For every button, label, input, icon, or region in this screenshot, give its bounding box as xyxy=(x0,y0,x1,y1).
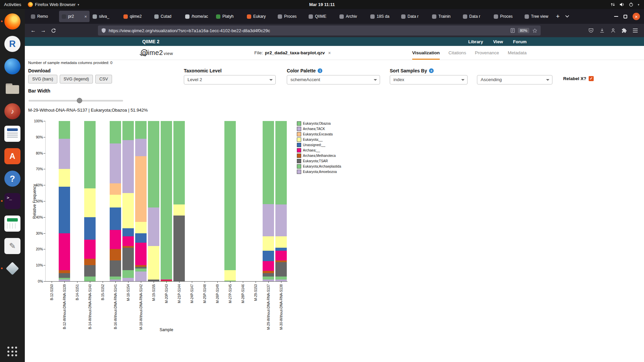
clock[interactable]: Mar 19 11:11 xyxy=(309,2,335,7)
sample-bar[interactable] xyxy=(148,121,159,281)
bar-segment[interactable] xyxy=(263,271,274,273)
bar-segment[interactable] xyxy=(275,277,287,280)
view-tab-visualization[interactable]: Visualization xyxy=(412,46,440,60)
slider-handle[interactable] xyxy=(77,98,82,103)
sort-order-select[interactable]: Ascending xyxy=(477,75,552,84)
sample-bar[interactable] xyxy=(173,121,185,281)
bar-segment[interactable] xyxy=(135,233,147,243)
sample-bar[interactable] xyxy=(224,121,236,281)
libreoffice-writer-icon[interactable] xyxy=(4,126,20,142)
bar-segment[interactable] xyxy=(110,260,121,277)
browser-tab[interactable]: 18S da xyxy=(368,11,398,22)
bar-segment[interactable] xyxy=(84,277,96,281)
download-button[interactable]: SVG (legend) xyxy=(60,75,93,83)
bar-segment[interactable] xyxy=(110,143,121,184)
bar-segment[interactable] xyxy=(122,121,134,140)
bar-segment[interactable] xyxy=(59,139,70,169)
bar-segment[interactable] xyxy=(59,273,70,278)
url-bar[interactable]: https://view.qiime2.org/visualization/?s… xyxy=(98,25,541,36)
list-all-tabs-button[interactable] xyxy=(563,11,572,21)
browser-tab[interactable]: Platyh xyxy=(213,11,244,22)
browser-tab[interactable]: QIIME xyxy=(306,11,336,22)
shield-icon[interactable] xyxy=(101,28,106,33)
slider-track[interactable] xyxy=(29,100,123,102)
account-icon[interactable] xyxy=(610,28,616,33)
bar-segment[interactable] xyxy=(135,272,147,281)
bar-segment[interactable] xyxy=(263,273,274,277)
bookmark-star-icon[interactable] xyxy=(532,28,537,33)
browser-tab[interactable]: Remo xyxy=(28,11,59,22)
browser-tab[interactable]: Data r xyxy=(398,11,429,22)
bar-segment[interactable] xyxy=(135,156,147,222)
browser-tab[interactable]: Proces xyxy=(491,11,522,22)
bar-segment[interactable] xyxy=(275,204,287,237)
bar-segment[interactable] xyxy=(122,228,134,236)
reload-button[interactable] xyxy=(48,25,58,36)
browser-tab[interactable]: Proces xyxy=(275,11,306,22)
bar-segment[interactable] xyxy=(84,121,96,188)
bar-segment[interactable] xyxy=(84,217,96,240)
browser-tab[interactable]: Cutad xyxy=(152,11,182,22)
add-sort-icon[interactable]: + xyxy=(429,68,434,73)
thunderbird-icon[interactable] xyxy=(4,58,20,74)
bar-segment[interactable] xyxy=(173,204,185,216)
bar-segment[interactable] xyxy=(275,251,287,260)
bar-segment[interactable] xyxy=(263,204,274,236)
tab-close-button[interactable]: × xyxy=(84,14,87,19)
bar-width-slider[interactable] xyxy=(29,98,123,104)
rhythmbox-icon[interactable]: ♪ xyxy=(4,103,20,119)
help-icon[interactable]: ? xyxy=(4,171,20,187)
bar-segment[interactable] xyxy=(59,233,70,270)
volume-icon[interactable] xyxy=(620,2,625,7)
bar-segment[interactable] xyxy=(110,230,121,249)
sample-bar[interactable] xyxy=(84,121,96,281)
site-nav-forum[interactable]: Forum xyxy=(513,39,527,44)
zoom-level[interactable]: 80% xyxy=(518,28,529,33)
bar-segment[interactable] xyxy=(110,183,121,194)
bar-segment[interactable] xyxy=(161,121,172,280)
app-grid-icon[interactable] xyxy=(7,347,17,357)
browser-tab[interactable]: Tree view xyxy=(522,11,552,22)
sample-bar[interactable] xyxy=(122,121,134,281)
bar-segment[interactable] xyxy=(263,261,274,271)
browser-tab[interactable]: pr2× xyxy=(59,11,90,22)
bar-segment[interactable] xyxy=(122,193,134,228)
browser-tab[interactable]: /home/ac xyxy=(182,11,213,22)
back-button[interactable]: ← xyxy=(28,25,38,36)
ubuntu-software-icon[interactable]: A xyxy=(4,148,20,164)
bar-segment[interactable] xyxy=(110,195,121,207)
pocket-icon[interactable] xyxy=(588,28,594,33)
bar-segment[interactable] xyxy=(224,270,236,281)
bar-segment[interactable] xyxy=(263,236,274,251)
site-nav-view[interactable]: View xyxy=(493,39,503,44)
bar-segment[interactable] xyxy=(110,277,121,280)
bar-segment[interactable] xyxy=(263,277,274,280)
view-tab-citations[interactable]: Citations xyxy=(448,46,466,60)
qiime2view-logo[interactable]: qiime2view xyxy=(142,49,173,57)
info-icon[interactable]: i xyxy=(318,68,322,73)
bar-segment[interactable] xyxy=(148,207,159,246)
terminal-icon[interactable]: >_ xyxy=(4,193,20,209)
bar-segment[interactable] xyxy=(148,121,159,207)
extensions-icon[interactable] xyxy=(622,28,627,33)
libreoffice-calc-icon[interactable] xyxy=(4,216,20,232)
taxonomic-level-select[interactable]: Level 2 xyxy=(184,75,276,84)
bar-segment[interactable] xyxy=(122,270,134,278)
bar-segment[interactable] xyxy=(263,251,274,261)
maximize-button[interactable] xyxy=(624,15,627,18)
app-menu[interactable]: Firefox Web Browser ▾ xyxy=(28,2,79,7)
reader-mode-icon[interactable] xyxy=(511,28,515,33)
close-file-icon[interactable]: × xyxy=(328,50,331,56)
bar-segment[interactable] xyxy=(135,139,147,157)
bar-segment[interactable] xyxy=(135,268,147,272)
sample-bar[interactable] xyxy=(161,121,172,281)
sample-bar[interactable] xyxy=(263,121,274,281)
power-icon[interactable] xyxy=(629,2,633,7)
bar-segment[interactable] xyxy=(122,236,134,246)
bar-segment[interactable] xyxy=(59,187,70,233)
bar-segment[interactable] xyxy=(263,121,274,204)
sample-bar[interactable] xyxy=(135,121,147,281)
minimize-button[interactable] xyxy=(614,16,618,17)
browser-tab[interactable]: Trainin xyxy=(429,11,460,22)
bar-segment[interactable] xyxy=(275,248,287,251)
